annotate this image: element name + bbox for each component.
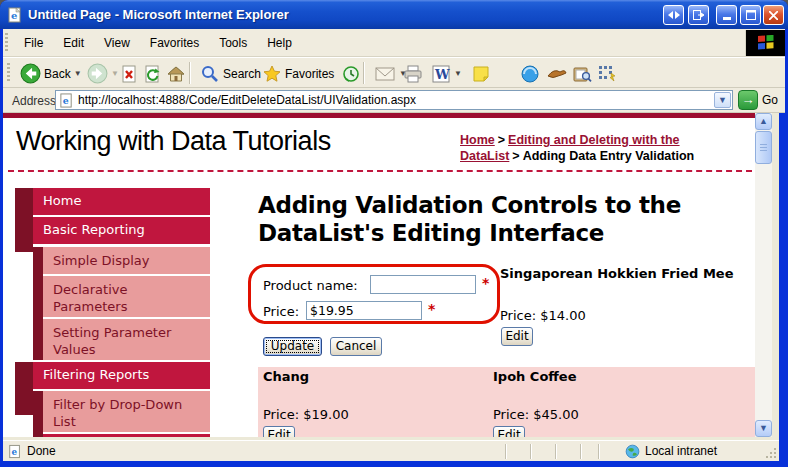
messenger-grid-button[interactable] (597, 61, 617, 86)
toolbar: Back ▼ ▼ (3, 57, 785, 88)
search-label: Search (223, 67, 261, 81)
menu-edit[interactable]: Edit (53, 33, 94, 53)
svg-text:e: e (63, 95, 69, 106)
scrollbar-thumb[interactable] (755, 131, 772, 164)
maximize-button[interactable] (740, 5, 761, 25)
status-separator (505, 444, 506, 459)
windows-flag-icon (757, 35, 775, 51)
browser-window: e Untitled Page - Microsoft Internet Exp… (0, 0, 788, 467)
vertical-scrollbar[interactable]: ▲ ▼ (755, 113, 772, 437)
discuss-button[interactable] (471, 61, 491, 86)
ie-document-icon: e (7, 7, 23, 23)
edit-button[interactable]: Edit (263, 426, 295, 437)
window-inner-edge (772, 113, 779, 437)
sidebar-item-basic-reporting[interactable]: Basic Reporting (33, 217, 210, 244)
menu-view[interactable]: View (94, 33, 140, 53)
back-label: Back (44, 67, 71, 81)
edit-button[interactable]: Edit (493, 426, 525, 437)
sidebar-item-declarative-parameters[interactable]: Declarative Parameters (43, 276, 210, 317)
sidebar-item-filtering-reports[interactable]: Filtering Reports (33, 362, 210, 389)
url-text[interactable]: http://localhost:4888/Code/EditDeleteDat… (78, 93, 714, 107)
vm-arrows-button[interactable] (663, 5, 684, 25)
close-button[interactable] (763, 5, 784, 25)
favorites-star-icon (262, 64, 282, 84)
product-price-text: Price: $14.00 (500, 308, 586, 323)
page-ie-icon: e (59, 93, 74, 108)
home-button[interactable] (166, 61, 186, 86)
menu-file[interactable]: File (14, 33, 53, 53)
breadcrumb-current: Adding Data Entry Validation (523, 149, 695, 163)
product-price-text: Price: $19.00 (263, 407, 349, 422)
sidebar-sub-bar (33, 247, 43, 360)
forward-icon (87, 63, 108, 84)
history-button[interactable] (341, 61, 361, 86)
go-button[interactable]: → (738, 90, 758, 110)
edit-with-word-button[interactable]: W ▼ (431, 61, 462, 86)
msn-bird-button[interactable] (546, 61, 568, 86)
scroll-down-icon[interactable]: ▼ (755, 420, 772, 437)
cancel-button[interactable]: Cancel (330, 337, 382, 356)
edit-button[interactable]: Edit (501, 327, 533, 346)
scroll-up-icon[interactable]: ▲ (755, 113, 772, 130)
word-icon: W (431, 64, 451, 84)
address-input[interactable]: e http://localhost:4888/Code/EditDeleteD… (55, 90, 733, 110)
messenger-button[interactable] (520, 61, 540, 86)
breadcrumb-home-link[interactable]: Home (460, 133, 495, 147)
home-icon (166, 64, 186, 84)
breadcrumb: Home>Editing and Deleting with the DataL… (460, 132, 754, 164)
print-button[interactable] (403, 61, 423, 86)
breadcrumb-separator: > (498, 133, 505, 147)
toolbar-grip[interactable] (7, 63, 10, 83)
address-label: Address (12, 94, 56, 108)
address-dropdown-icon[interactable]: ▼ (714, 92, 731, 108)
address-bar: Address e http://localhost:4888/Code/Edi… (3, 88, 785, 113)
window-title: Untitled Page - Microsoft Internet Explo… (28, 7, 289, 22)
svg-text:W: W (434, 67, 450, 82)
resize-grip[interactable] (764, 446, 777, 459)
status-separator (598, 444, 599, 459)
status-separator (580, 444, 581, 459)
forward-button[interactable]: ▼ (87, 61, 119, 86)
sidebar-sub-bar (33, 391, 43, 437)
mail-icon (374, 64, 396, 84)
history-icon (341, 64, 361, 84)
header-divider (8, 170, 752, 172)
go-label[interactable]: Go (762, 93, 778, 107)
update-button[interactable]: Update (263, 337, 322, 356)
status-separator (555, 444, 556, 459)
menu-tools[interactable]: Tools (209, 33, 257, 53)
research-button[interactable] (572, 61, 592, 86)
menu-help[interactable]: Help (257, 33, 302, 53)
intranet-globe-icon (625, 444, 640, 459)
sidebar-item-setting-parameter-values[interactable]: Setting Parameter Values (43, 319, 210, 360)
sidebar-tab-bar (15, 188, 33, 252)
product-name-heading: Ipoh Coffee (493, 369, 577, 384)
sidebar-item-home[interactable]: Home (33, 188, 210, 215)
edit-dropdown-icon[interactable]: ▼ (454, 69, 462, 78)
back-button[interactable]: Back ▼ (20, 61, 82, 86)
minimize-button[interactable] (716, 5, 737, 25)
mail-button[interactable]: ▼ (374, 61, 407, 86)
status-bar: e Done Local intranet (3, 440, 779, 461)
sidebar-item-simple-display[interactable]: Simple Display (43, 247, 210, 274)
menu-grip[interactable] (5, 33, 8, 53)
stop-button[interactable] (120, 61, 138, 86)
search-button[interactable]: Search (200, 61, 261, 86)
back-dropdown-icon[interactable]: ▼ (74, 69, 82, 78)
menu-favorites[interactable]: Favorites (140, 33, 209, 53)
vm-popout-button[interactable] (688, 5, 709, 25)
toolbar-separator (363, 62, 364, 84)
product-name-heading: Chang (263, 369, 309, 384)
status-separator (530, 444, 531, 459)
security-zone-text: Local intranet (645, 444, 717, 458)
status-page-icon: e (8, 444, 22, 459)
svg-text:e: e (11, 10, 17, 21)
sidebar-item-filter-by-dropdown-list[interactable]: Filter by Drop-Down List (43, 391, 210, 432)
note-icon (471, 64, 491, 84)
favorites-button[interactable]: Favorites (262, 61, 334, 86)
refresh-button[interactable] (143, 61, 161, 86)
search-icon (200, 64, 220, 84)
refresh-icon (143, 64, 161, 84)
page-viewport: Working with Data Tutorials Home>Editing… (3, 118, 755, 437)
site-title: Working with Data Tutorials (16, 126, 331, 157)
